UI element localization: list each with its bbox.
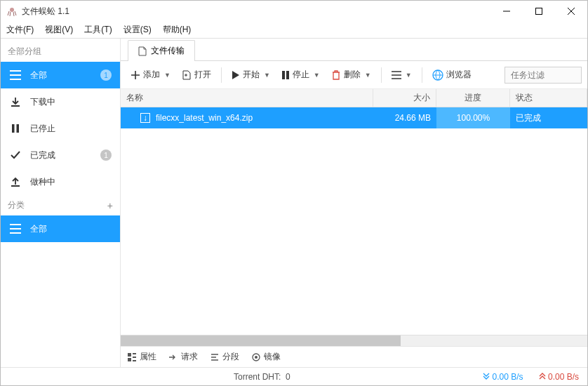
col-header-name[interactable]: 名称 (121, 89, 373, 107)
caret-down-icon: ▼ (314, 72, 320, 79)
play-icon (232, 70, 240, 80)
list-icon (392, 71, 401, 79)
pause-icon (281, 70, 290, 80)
tab-request[interactable]: 请求 (169, 351, 198, 363)
add-category-button[interactable]: + (107, 200, 113, 211)
menu-tools[interactable]: 工具(T) (84, 24, 112, 36)
download-icon (9, 96, 22, 107)
svg-point-0 (10, 8, 14, 12)
tab-segment[interactable]: 分段 (211, 351, 239, 363)
list-options-button[interactable]: ▼ (387, 68, 416, 82)
hamburger-icon (9, 70, 22, 80)
sidebar-item-completed[interactable]: 已完成 1 (1, 142, 120, 168)
menubar: 文件(F) 视图(V) 工具(T) 设置(S) 帮助(H) (1, 22, 587, 39)
mirror-icon (252, 353, 260, 361)
download-speed: 0.00 B/s (483, 372, 523, 382)
col-header-size[interactable]: 大小 (373, 89, 436, 107)
svg-rect-1 (536, 8, 542, 15)
upload-icon (9, 176, 22, 187)
caret-down-icon: ▼ (365, 72, 371, 79)
up-arrows-icon (539, 373, 546, 380)
caret-down-icon: ▼ (264, 72, 270, 79)
svg-rect-7 (128, 353, 131, 357)
sidebar-item-label: 全部 (30, 69, 47, 81)
svg-rect-2 (12, 124, 15, 133)
svg-rect-8 (133, 353, 136, 354)
pause-icon (9, 124, 22, 133)
tab-mirror[interactable]: 镜像 (252, 351, 281, 363)
upload-speed: 0.00 B/s (539, 372, 579, 382)
file-open-icon (182, 70, 192, 80)
count-badge: 1 (100, 149, 112, 161)
start-button[interactable]: 开始▼ (227, 66, 274, 84)
menu-help[interactable]: 帮助(H) (163, 24, 192, 36)
sidebar-item-downloading[interactable]: 下载中 (1, 88, 120, 115)
file-size: 24.66 MB (373, 113, 436, 123)
detail-tabs: 属性 请求 分段 镜像 (121, 346, 587, 367)
browser-button[interactable]: 浏览器 (428, 66, 476, 84)
plus-icon (131, 70, 140, 80)
close-button[interactable] (555, 1, 587, 22)
request-icon (169, 353, 178, 361)
sidebar-item-label: 下载中 (30, 96, 55, 108)
file-name: filecxx_latest_win_x64.zip (156, 113, 253, 123)
col-header-progress[interactable]: 进度 (436, 89, 510, 107)
dht-status: Torrent DHT: 0 (234, 372, 290, 382)
list-body: ↓ filecxx_latest_win_x64.zip 24.66 MB 10… (121, 107, 587, 346)
list-header: 名称 大小 进度 状态 (121, 89, 587, 107)
tab-properties[interactable]: 属性 (128, 351, 156, 363)
table-row[interactable]: ↓ filecxx_latest_win_x64.zip 24.66 MB 10… (121, 107, 587, 128)
hamburger-icon (9, 224, 22, 234)
sidebar-item-all[interactable]: 全部 1 (1, 62, 120, 88)
caret-down-icon: ▼ (164, 72, 171, 79)
sidebar-item-label: 已停止 (30, 123, 55, 135)
maximize-button[interactable] (523, 1, 555, 22)
stop-button[interactable]: 停止▼ (277, 66, 324, 84)
count-badge: 1 (100, 69, 112, 81)
svg-rect-5 (286, 71, 289, 79)
svg-rect-4 (282, 71, 285, 79)
checkmark-icon: ↓ (140, 113, 150, 123)
sidebar-item-label: 已完成 (30, 149, 55, 161)
trash-icon (331, 70, 341, 80)
sidebar-category-header: 分类 + (1, 195, 120, 215)
main-panel: 文件传输 添加▼ 打开 开始▼ 停止▼ 删除▼ (120, 39, 587, 367)
horizontal-scrollbar[interactable] (121, 335, 587, 346)
sidebar: 全部分组 全部 1 下载中 已停止 已完成 1 做种中 分类 + (1, 39, 120, 367)
svg-rect-3 (17, 124, 20, 133)
menu-settings[interactable]: 设置(S) (123, 24, 152, 36)
sidebar-item-stopped[interactable]: 已停止 (1, 115, 120, 142)
minimize-button[interactable] (490, 1, 523, 22)
svg-point-13 (255, 356, 258, 359)
sidebar-item-seeding[interactable]: 做种中 (1, 168, 120, 195)
statusbar: Torrent DHT: 0 0.00 B/s 0.00 B/s (1, 367, 587, 385)
svg-rect-10 (133, 357, 136, 358)
tab-file-transfer[interactable]: 文件传输 (128, 40, 195, 61)
titlebar: 文件蜈蚣 1.1 (1, 1, 587, 22)
menu-view[interactable]: 视图(V) (45, 24, 73, 36)
svg-rect-11 (133, 360, 136, 361)
segment-icon (211, 353, 219, 361)
sidebar-item-label: 全部 (30, 223, 47, 235)
menu-file[interactable]: 文件(F) (6, 24, 34, 36)
sidebar-category-all[interactable]: 全部 (1, 215, 120, 242)
globe-icon (432, 69, 443, 81)
open-button[interactable]: 打开 (178, 66, 215, 84)
col-header-status[interactable]: 状态 (510, 89, 587, 107)
filter-input[interactable] (505, 67, 582, 84)
delete-button[interactable]: 删除▼ (327, 66, 375, 84)
properties-icon (128, 353, 136, 361)
svg-rect-9 (128, 358, 131, 361)
tab-label: 文件传输 (151, 45, 185, 57)
progress-bar: 100.00% (436, 107, 510, 128)
tabbar: 文件传输 (121, 39, 587, 61)
add-button[interactable]: 添加▼ (126, 66, 175, 84)
filter-input-wrapper (505, 67, 582, 84)
caret-down-icon: ▼ (406, 72, 412, 79)
down-arrows-icon (483, 373, 490, 380)
window-title: 文件蜈蚣 1.1 (22, 6, 490, 18)
file-icon (138, 46, 147, 56)
window-controls (490, 1, 587, 22)
sidebar-group-header: 全部分组 (1, 41, 120, 62)
app-logo-icon (6, 6, 18, 17)
